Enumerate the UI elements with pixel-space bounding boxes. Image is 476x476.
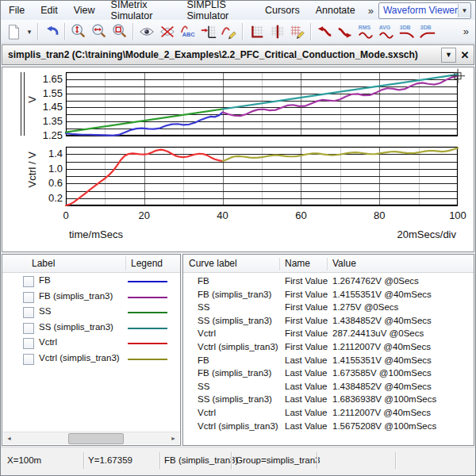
curve-value-row[interactable]: FBFirst Value1.2674762V @0Secs — [183, 275, 474, 289]
axis-grab-bar[interactable] — [24, 72, 25, 136]
column-header-legend[interactable]: Legend — [131, 258, 163, 269]
value-cell: 1.4155351V @40mSecs — [332, 290, 432, 299]
curve-label: SS (simplis_tran3) — [39, 322, 113, 332]
curve-value-row[interactable]: Vctrl (simplis_tran3)First Value1.211200… — [183, 341, 474, 355]
curve-label-cell: SS — [198, 302, 209, 312]
add-grid-button[interactable] — [267, 21, 287, 42]
x-tick-label: 20 — [132, 209, 156, 221]
scroll-left-icon[interactable]: ◄ — [3, 432, 15, 444]
curve-fb-simplis-tran3[interactable] — [223, 76, 458, 116]
edit-curve-button[interactable] — [219, 21, 240, 42]
curve-value-row[interactable]: VctrlLast Value1.2112007V @40mSecs — [183, 407, 474, 420]
scroll-right-icon[interactable]: ► — [167, 432, 179, 444]
highpass-3db-button[interactable]: 3DB — [417, 21, 438, 42]
legend-row-fb-simplis-tran3[interactable]: FB (simplis_tran3) — [2, 290, 180, 305]
curve-value-row[interactable]: Vctrl (simplis_tran3)Last Value1.5675208… — [183, 420, 474, 434]
add-grid-icon — [268, 23, 286, 40]
undo-button[interactable] — [41, 21, 62, 42]
menu-item-file[interactable]: File — [2, 3, 31, 17]
menu-overflow-icon[interactable]: » — [363, 5, 378, 17]
column-header-label[interactable]: Label — [32, 258, 55, 269]
show-curve-button[interactable] — [136, 21, 157, 42]
name-cell: First Value — [285, 316, 328, 325]
hide-curve-button[interactable] — [157, 21, 178, 42]
chart-panel: V Vctrl / V 1.251.351.451.551.650.20.61.… — [2, 67, 474, 252]
new-document-dropdown-button[interactable]: ▾ — [24, 21, 35, 42]
legend-row-ss[interactable]: SS — [2, 305, 180, 321]
lowpass-3db-button[interactable]: 3DB — [397, 21, 417, 42]
checkbox-vctrl-simplis-tran3[interactable] — [23, 354, 34, 365]
curve-label-cell: Vctrl — [198, 328, 216, 338]
waveform-plot-top[interactable] — [66, 72, 458, 136]
checkbox-vctrl[interactable] — [23, 338, 34, 349]
checkbox-ss-simplis-tran3[interactable] — [23, 323, 34, 334]
avg-button[interactable]: AVG — [376, 21, 397, 42]
column-divider[interactable] — [125, 256, 126, 271]
column-header-name[interactable]: Name — [285, 258, 310, 269]
zoom-x-button[interactable] — [89, 21, 109, 42]
x-tick-label: 60 — [289, 209, 313, 221]
horizontal-scrollbar[interactable]: ◄ ► — [3, 432, 179, 444]
curve-value-row[interactable]: SSLast Value1.4384852V @40mSecs — [183, 381, 474, 394]
curve-value-row[interactable]: FB (simplis_tran3)Last Value1.673585V @1… — [183, 367, 474, 381]
rising-edge-button[interactable] — [314, 21, 335, 42]
menu-item-cursors[interactable]: Cursors — [259, 3, 306, 17]
axis-grab-bar[interactable] — [21, 72, 21, 136]
zoom-y-button[interactable] — [68, 21, 89, 42]
move-curve-button[interactable] — [198, 21, 219, 42]
curve-vctrl[interactable] — [66, 150, 223, 205]
edit-grid-button[interactable] — [287, 21, 308, 42]
curve-value-row[interactable]: SS (simplis_tran3)Last Value1.6836938V @… — [183, 393, 474, 407]
value-cell: 1.4384852V @40mSecs — [332, 382, 432, 391]
curve-value-row[interactable]: FBLast Value1.4155351V @40mSecs — [183, 355, 474, 368]
legend-row-fb[interactable]: FB — [2, 274, 180, 290]
close-button[interactable]: ✕ — [458, 48, 472, 62]
falling-edge-button[interactable] — [335, 21, 355, 42]
legend-row-vctrl-simplis-tran3[interactable]: Vctrl (simplis_tran3) — [2, 351, 180, 367]
menu-item-annotate[interactable]: Annotate — [309, 3, 362, 17]
add-axis-button[interactable] — [246, 21, 267, 42]
curve-value-row[interactable]: FB (simplis_tran3)First Value1.4155351V … — [183, 289, 474, 302]
menu-bar: FileEditViewSIMetrix SimulatorSIMPLIS Si… — [1, 1, 475, 20]
curve-value-row[interactable]: SSFirst Value1.275V @0Secs — [183, 301, 474, 315]
rms-button[interactable]: RMS — [355, 21, 376, 42]
viewer-mode-select[interactable]: Waveform Viewer ▼ — [378, 2, 471, 19]
curve-value-row[interactable]: SS (simplis_tran3)First Value1.4384852V … — [183, 315, 474, 328]
menu-item-edit[interactable]: Edit — [34, 3, 64, 17]
toolbar-separator — [242, 23, 244, 40]
value-cell: 1.4384852V @40mSecs — [332, 316, 432, 325]
waveform-plot-bottom[interactable] — [66, 147, 458, 205]
chevron-down-icon[interactable]: ▼ — [458, 4, 470, 17]
new-document-button[interactable] — [3, 21, 24, 42]
toolbar-separator — [310, 23, 312, 40]
column-header-curve-label[interactable]: Curve label — [189, 258, 237, 269]
curve-label-cell: Vctrl (simplis_tran3) — [198, 342, 278, 351]
curve-label-cell: FB — [198, 355, 209, 365]
scrollbar-thumb[interactable] — [68, 433, 124, 444]
name-cell: Last Value — [285, 421, 328, 431]
status-separator — [395, 452, 397, 469]
x-tick-label: 0 — [54, 209, 78, 221]
toolbar-overflow-button[interactable]: » — [463, 25, 469, 37]
checkbox-ss[interactable] — [23, 307, 34, 318]
legend-row-vctrl[interactable]: Vctrl — [2, 336, 180, 351]
name-cell: Last Value — [285, 368, 328, 378]
checkbox-fb[interactable] — [23, 276, 34, 287]
document-title-bar: simplis_tran2 (C:\training\Module_2_Exam… — [2, 44, 474, 65]
label-curve-button[interactable]: ABC — [178, 21, 198, 42]
curve-fb[interactable] — [66, 113, 223, 136]
menu-item-view[interactable]: View — [67, 3, 102, 17]
status-separator — [159, 452, 161, 469]
column-divider[interactable] — [279, 258, 280, 271]
zoom-box-button[interactable] — [109, 21, 130, 42]
avg-icon: AVG — [378, 23, 395, 40]
column-divider[interactable] — [327, 258, 328, 271]
checkbox-fb-simplis-tran3[interactable] — [23, 292, 34, 303]
window-menu-button[interactable]: ▼ — [441, 48, 456, 63]
curve-value-row[interactable]: VctrlFirst Value287.24413uV @0Secs — [183, 328, 474, 341]
values-panel-header: Curve label Name Value — [183, 255, 474, 273]
column-header-value[interactable]: Value — [332, 258, 356, 269]
x-axis-division: 20mSecs/div — [397, 228, 456, 240]
legend-row-ss-simplis-tran3[interactable]: SS (simplis_tran3) — [2, 321, 180, 336]
y-tick-label: 1.45 — [34, 101, 63, 113]
